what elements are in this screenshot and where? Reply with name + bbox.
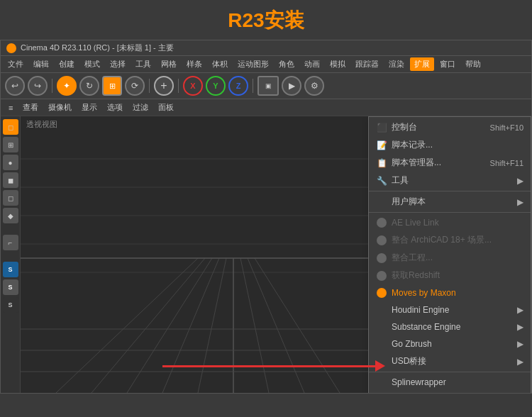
app-icon bbox=[6, 43, 16, 53]
toolbar-undo[interactable]: ↩ bbox=[5, 76, 25, 96]
sidebar-icon-checker[interactable]: ⊞ bbox=[3, 137, 18, 152]
script-manager-icon: 📋 bbox=[376, 157, 387, 169]
sub-toolbar: ≡ 查看 摄像机 显示 选项 过滤 面板 bbox=[1, 99, 531, 116]
title-bar-text: Cinema 4D R23.110 (RC) - [未标题 1] - 主要 bbox=[21, 43, 174, 53]
sub-toolbar-panel[interactable]: 面板 bbox=[156, 101, 176, 113]
dropdown-ae-live: AE Live Link bbox=[369, 214, 531, 231]
sidebar-icon-s3[interactable]: S bbox=[3, 297, 18, 313]
sub-toolbar-options[interactable]: 选项 bbox=[105, 101, 125, 113]
dropdown-houdini[interactable]: Houdini Engine ▶ bbox=[369, 301, 531, 318]
toolbar-sep4 bbox=[253, 79, 253, 93]
ae-icon bbox=[376, 217, 387, 228]
toolbar-axis-y[interactable]: Y bbox=[206, 76, 226, 96]
sidebar-icon-shape[interactable]: ◆ bbox=[3, 208, 18, 223]
menu-character[interactable]: 角色 bbox=[275, 57, 299, 71]
redshift-icon bbox=[376, 270, 387, 282]
dropdown-usd[interactable]: USD桥接 ▶ bbox=[369, 352, 531, 370]
menu-file[interactable]: 文件 bbox=[4, 57, 28, 71]
dropdown-redshift: 获取Redshift bbox=[369, 267, 531, 284]
sidebar-icon-box[interactable]: ◻ bbox=[3, 190, 18, 206]
menu-simulate[interactable]: 模拟 bbox=[326, 57, 350, 71]
title-bar: Cinema 4D R23.110 (RC) - [未标题 1] - 主要 bbox=[1, 40, 531, 56]
toolbar-play[interactable]: ▶ bbox=[282, 76, 301, 96]
toolbar-rotate[interactable]: ↻ bbox=[79, 76, 99, 96]
toolbar-scale[interactable]: ⊞ bbox=[102, 76, 122, 96]
svg-line-12 bbox=[248, 258, 304, 393]
dropdown-moves-by-maxon[interactable]: Moves by Maxon bbox=[369, 284, 531, 301]
dropdown-script-record[interactable]: 📝 脚本记录... bbox=[369, 136, 531, 154]
dropdown-section-4: Splinewrapper Create Springy R Reducer R… bbox=[369, 372, 531, 393]
integrate-icon bbox=[376, 252, 387, 264]
menu-mesh[interactable]: 网格 bbox=[157, 57, 181, 71]
toolbar: ↩ ↪ ✦ ↻ ⊞ ⟳ + X Y Z ▣ ▶ ⚙ bbox=[1, 73, 531, 99]
menu-extend[interactable]: 扩展 bbox=[410, 57, 434, 71]
viewport[interactable]: 透视视图 bbox=[21, 116, 531, 393]
menu-mode[interactable]: 模式 bbox=[80, 57, 104, 71]
sub-toolbar-view[interactable]: 查看 bbox=[21, 101, 40, 113]
sidebar-icon-cube[interactable]: ◼ bbox=[3, 172, 18, 188]
dropdown-substance[interactable]: Substance Engine ▶ bbox=[369, 318, 531, 335]
menu-spline[interactable]: 样条 bbox=[182, 57, 206, 71]
toolbar-settings[interactable]: ⚙ bbox=[304, 76, 324, 96]
houdini-icon bbox=[376, 304, 387, 316]
dropdown-menu: ⬛ 控制台 Shift+F10 📝 脚本记录... 📋 脚本管理器... Shi… bbox=[368, 116, 531, 393]
svg-line-11 bbox=[240, 258, 269, 393]
main-area: ◻ ⊞ ● ◼ ◻ ◆ ⌐ S S S 透视视图 bbox=[1, 116, 531, 393]
menu-bar: 文件 编辑 创建 模式 选择 工具 网格 样条 体积 运动图形 角色 动画 模拟… bbox=[1, 56, 531, 73]
toolbar-axis-z[interactable]: Z bbox=[228, 76, 248, 96]
dropdown-integrate: 整合工程... bbox=[369, 249, 531, 267]
menu-mograph[interactable]: 运动图形 bbox=[233, 57, 273, 71]
viewport-label: 透视视图 bbox=[26, 119, 57, 130]
toolbar-redo[interactable]: ↪ bbox=[28, 76, 48, 96]
dropdown-section-1: ⬛ 控制台 Shift+F10 📝 脚本记录... 📋 脚本管理器... Shi… bbox=[369, 117, 531, 191]
menu-select[interactable]: 选择 bbox=[106, 57, 130, 71]
svg-line-13 bbox=[255, 258, 340, 393]
tools-arrow-icon: ▶ bbox=[517, 176, 523, 186]
script-record-icon: 📝 bbox=[376, 140, 387, 151]
dropdown-zbrush[interactable]: Go Zbrush ▶ bbox=[369, 335, 531, 352]
sidebar-icon-corner[interactable]: ⌐ bbox=[3, 235, 18, 250]
dropdown-script-manager[interactable]: 📋 脚本管理器... Shift+F11 bbox=[369, 154, 531, 172]
page-title: R23安装 bbox=[228, 9, 304, 31]
sub-toolbar-display[interactable]: 显示 bbox=[79, 101, 99, 113]
toolbar-add[interactable]: + bbox=[154, 76, 174, 96]
dropdown-tools[interactable]: 🔧 工具 ▶ bbox=[369, 172, 531, 189]
app-window: Cinema 4D R23.110 (RC) - [未标题 1] - 主要 文件… bbox=[0, 40, 532, 394]
menu-window[interactable]: 窗口 bbox=[436, 57, 460, 71]
menu-help[interactable]: 帮助 bbox=[461, 57, 485, 71]
dropdown-section-3: AE Live Link 整合 ArchiCAD 18+ 场景... 整合工程.… bbox=[369, 213, 531, 372]
arrow-line bbox=[162, 365, 375, 367]
toolbar-move[interactable]: ✦ bbox=[57, 76, 77, 96]
page-title-area: R23安装 bbox=[0, 0, 532, 40]
dropdown-section-2: 用户脚本 ▶ bbox=[369, 191, 531, 213]
sub-toolbar-menu[interactable]: ≡ bbox=[6, 103, 15, 113]
menu-volume[interactable]: 体积 bbox=[208, 57, 232, 71]
substance-arrow-icon: ▶ bbox=[517, 322, 523, 332]
dropdown-splinewrapper[interactable]: Splinewrapper bbox=[369, 374, 531, 391]
svg-line-6 bbox=[92, 258, 205, 393]
menu-animate[interactable]: 动画 bbox=[300, 57, 324, 71]
sidebar-icon-sphere[interactable]: ● bbox=[3, 155, 18, 170]
sidebar-icon-object[interactable]: ◻ bbox=[3, 119, 18, 135]
menu-tracker[interactable]: 跟踪器 bbox=[351, 57, 383, 71]
menu-create[interactable]: 创建 bbox=[55, 57, 79, 71]
archicad-icon bbox=[376, 235, 387, 246]
zbrush-arrow-icon: ▶ bbox=[517, 339, 523, 349]
menu-tools[interactable]: 工具 bbox=[131, 57, 155, 71]
tools-icon: 🔧 bbox=[376, 175, 387, 187]
toolbar-render-region[interactable]: ▣ bbox=[257, 76, 279, 96]
sub-toolbar-camera[interactable]: 摄像机 bbox=[46, 101, 74, 113]
menu-edit[interactable]: 编辑 bbox=[29, 57, 53, 71]
dropdown-archicad: 整合 ArchiCAD 18+ 场景... bbox=[369, 231, 531, 249]
sidebar-icon-s2[interactable]: S bbox=[3, 279, 18, 295]
dropdown-console[interactable]: ⬛ 控制台 Shift+F10 bbox=[369, 118, 531, 136]
dropdown-create-springy[interactable]: Create Springy bbox=[369, 391, 531, 393]
sidebar-icon-s1[interactable]: S bbox=[3, 262, 18, 277]
svg-line-7 bbox=[127, 258, 212, 393]
sub-toolbar-filter[interactable]: 过滤 bbox=[131, 101, 150, 113]
toolbar-object[interactable]: ⟳ bbox=[125, 76, 145, 96]
toolbar-axis-x[interactable]: X bbox=[183, 76, 203, 96]
dropdown-user-script[interactable]: 用户脚本 ▶ bbox=[369, 193, 531, 211]
console-icon: ⬛ bbox=[376, 122, 387, 133]
menu-render[interactable]: 渲染 bbox=[384, 57, 409, 71]
